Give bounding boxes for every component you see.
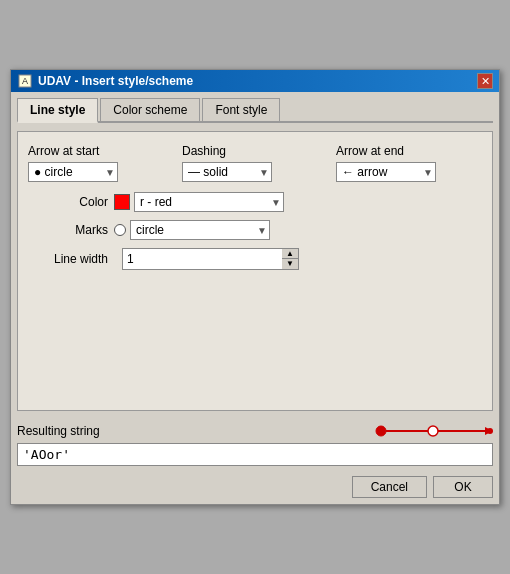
dashing-wrapper: — solid - - dashed dotted ▼ xyxy=(182,162,272,182)
result-input[interactable] xyxy=(17,443,493,466)
svg-point-2 xyxy=(376,426,386,436)
dashing-group: Dashing — solid - - dashed dotted ▼ xyxy=(182,144,328,182)
line-width-label: Line width xyxy=(28,252,108,266)
svg-point-7 xyxy=(487,428,493,434)
dashing-select[interactable]: — solid - - dashed dotted xyxy=(182,162,272,182)
color-label: Color xyxy=(28,195,108,209)
color-select[interactable]: r - red g - green b - blue xyxy=(134,192,284,212)
tab-bar: Line style Color scheme Font style xyxy=(17,98,493,123)
cancel-button[interactable]: Cancel xyxy=(352,476,427,498)
line-width-row: Line width ▲ ▼ xyxy=(28,248,482,270)
marks-row: Marks circle square none ▼ xyxy=(28,220,482,240)
main-window: A UDAV - Insert style/scheme ✕ Line styl… xyxy=(10,69,500,505)
result-label-row: Resulting string xyxy=(17,423,493,439)
arrow-at-end-select[interactable]: ← arrow none → arrow xyxy=(336,162,436,182)
line-width-spinner: ▲ ▼ xyxy=(122,248,299,270)
arrow-at-start-select[interactable]: ● circle ○ circle none xyxy=(28,162,118,182)
arrow-at-end-group: Arrow at end ← arrow none → arrow ▼ xyxy=(336,144,482,182)
color-swatch xyxy=(114,194,130,210)
marks-radio-icon xyxy=(114,224,126,236)
title-bar-left: A UDAV - Insert style/scheme xyxy=(17,73,193,89)
title-bar: A UDAV - Insert style/scheme ✕ xyxy=(11,70,499,92)
svg-text:A: A xyxy=(22,76,28,86)
tab-line-style[interactable]: Line style xyxy=(17,98,98,123)
tab-color-scheme[interactable]: Color scheme xyxy=(100,98,200,121)
arrow-at-start-group: Arrow at start ● circle ○ circle none ▼ xyxy=(28,144,174,182)
arrow-at-end-wrapper: ← arrow none → arrow ▼ xyxy=(336,162,436,182)
tab-content-line-style: Arrow at start ● circle ○ circle none ▼ … xyxy=(17,131,493,411)
tab-font-style[interactable]: Font style xyxy=(202,98,280,121)
marks-select[interactable]: circle square none xyxy=(130,220,270,240)
close-button[interactable]: ✕ xyxy=(477,73,493,89)
line-width-up-button[interactable]: ▲ xyxy=(282,249,298,259)
top-dropdowns-row: Arrow at start ● circle ○ circle none ▼ … xyxy=(28,144,482,182)
arrow-at-start-label: Arrow at start xyxy=(28,144,174,158)
marks-label: Marks xyxy=(28,223,108,237)
window-title: UDAV - Insert style/scheme xyxy=(38,74,193,88)
line-width-down-button[interactable]: ▼ xyxy=(282,259,298,269)
ok-button[interactable]: OK xyxy=(433,476,493,498)
button-row: Cancel OK xyxy=(11,472,499,504)
color-row: Color r - red g - green b - blue ▼ xyxy=(28,192,482,212)
line-preview xyxy=(373,423,493,439)
arrow-at-end-label: Arrow at end xyxy=(336,144,482,158)
app-icon: A xyxy=(17,73,33,89)
svg-point-4 xyxy=(428,426,438,436)
dashing-label: Dashing xyxy=(182,144,328,158)
result-label: Resulting string xyxy=(17,424,100,438)
window-body: Line style Color scheme Font style Arrow… xyxy=(11,92,499,417)
color-select-wrapper: r - red g - green b - blue ▼ xyxy=(134,192,284,212)
arrow-at-start-wrapper: ● circle ○ circle none ▼ xyxy=(28,162,118,182)
marks-select-wrapper: circle square none ▼ xyxy=(130,220,270,240)
line-width-spinner-buttons: ▲ ▼ xyxy=(282,248,299,270)
line-width-input[interactable] xyxy=(122,248,282,270)
result-section: Resulting string xyxy=(11,417,499,472)
